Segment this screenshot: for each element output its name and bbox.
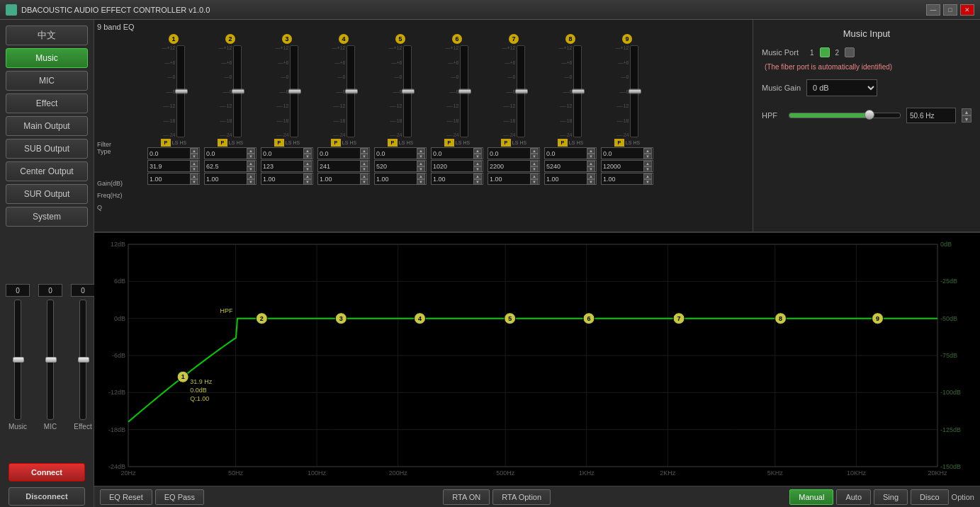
gain-spinbox-4[interactable]: ▲▼ (317, 147, 370, 159)
gain-down-1[interactable]: ▼ (190, 154, 198, 159)
gain-input-2[interactable] (205, 150, 242, 157)
freq-down-6[interactable]: ▼ (473, 166, 482, 172)
freq-down-4[interactable]: ▼ (360, 166, 368, 172)
freq-up-4[interactable]: ▲ (360, 161, 368, 166)
freq-down-2[interactable]: ▼ (247, 166, 255, 172)
q-up-7[interactable]: ▲ (530, 173, 539, 179)
q-down-6[interactable]: ▼ (473, 179, 482, 185)
close-button[interactable]: ✕ (960, 4, 974, 16)
q-up-5[interactable]: ▲ (417, 173, 425, 179)
band-thumb-2[interactable] (232, 89, 244, 94)
q-input-1[interactable] (148, 176, 185, 183)
p-btn-9[interactable]: P (614, 139, 624, 147)
gain-down-3[interactable]: ▼ (303, 154, 312, 159)
freq-down-1[interactable]: ▼ (190, 166, 198, 172)
q-down-4[interactable]: ▼ (360, 179, 368, 185)
q-spinbox-6[interactable]: ▲▼ (431, 173, 483, 185)
sidebar-item-effect[interactable]: Effect (6, 93, 88, 113)
freq-down-8[interactable]: ▼ (587, 166, 595, 172)
gain-input-6[interactable] (432, 150, 468, 157)
gain-spinbox-7[interactable]: ▲▼ (488, 147, 540, 159)
p-btn-5[interactable]: P (388, 139, 398, 147)
q-up-2[interactable]: ▲ (247, 173, 255, 179)
gain-up-6[interactable]: ▲ (473, 148, 482, 154)
band-thumb-6[interactable] (458, 89, 471, 94)
freq-up-2[interactable]: ▲ (247, 161, 255, 166)
rta-on-button[interactable]: RTA ON (443, 489, 490, 505)
freq-spinbox-7[interactable]: ▲▼ (488, 160, 540, 172)
q-down-3[interactable]: ▼ (303, 179, 312, 185)
gain-down-2[interactable]: ▼ (247, 154, 255, 159)
freq-input-8[interactable] (545, 163, 582, 170)
sidebar-item-main-output[interactable]: Main Output (6, 116, 88, 136)
q-down-2[interactable]: ▼ (247, 179, 255, 185)
gain-input-3[interactable] (261, 150, 298, 157)
port2-indicator[interactable] (845, 47, 855, 57)
q-input-4[interactable] (318, 176, 355, 183)
freq-input-2[interactable] (205, 163, 242, 170)
gain-spinbox-5[interactable]: ▲▼ (374, 147, 427, 159)
q-spinbox-7[interactable]: ▲▼ (488, 173, 540, 185)
freq-input-5[interactable] (375, 163, 412, 170)
band-fader-3[interactable] (290, 45, 298, 137)
hs-btn-7[interactable]: HS (519, 139, 526, 147)
sidebar-item-music[interactable]: Music (6, 48, 88, 68)
hpf-down-arrow[interactable]: ▼ (962, 115, 971, 123)
auto-button[interactable]: Auto (836, 489, 871, 505)
gain-input-9[interactable] (602, 150, 638, 157)
freq-input-7[interactable] (488, 163, 525, 170)
q-down-1[interactable]: ▼ (190, 179, 198, 185)
disco-button[interactable]: Disco (911, 489, 949, 505)
band-fader-2[interactable] (233, 45, 242, 137)
p-btn-3[interactable]: P (274, 139, 284, 147)
gain-up-1[interactable]: ▲ (190, 148, 198, 154)
hs-btn-6[interactable]: HS (463, 139, 470, 147)
freq-up-1[interactable]: ▲ (190, 161, 198, 166)
freq-down-7[interactable]: ▼ (530, 166, 539, 172)
band-thumb-9[interactable] (629, 89, 641, 94)
band-fader-1[interactable] (176, 45, 185, 137)
freq-spinbox-3[interactable]: ▲▼ (261, 160, 313, 172)
rta-option-button[interactable]: RTA Option (492, 489, 551, 505)
freq-down-9[interactable]: ▼ (643, 166, 652, 172)
gain-up-8[interactable]: ▲ (587, 148, 595, 154)
freq-input-3[interactable] (261, 163, 298, 170)
band-fader-4[interactable] (347, 45, 355, 137)
q-up-4[interactable]: ▲ (360, 173, 368, 179)
freq-up-7[interactable]: ▲ (530, 161, 539, 166)
ls-btn-8[interactable]: LS (569, 139, 575, 147)
band-thumb-8[interactable] (572, 89, 585, 94)
band-fader-7[interactable] (517, 45, 525, 137)
q-input-6[interactable] (432, 176, 468, 183)
mic-fader-thumb[interactable] (45, 357, 57, 363)
band-thumb-7[interactable] (515, 89, 528, 94)
q-spinbox-2[interactable]: ▲▼ (204, 173, 257, 185)
freq-up-9[interactable]: ▲ (643, 161, 652, 166)
band-thumb-1[interactable] (175, 89, 188, 94)
manual-button[interactable]: Manual (789, 489, 833, 505)
sidebar-item-mic[interactable]: MIC (6, 71, 88, 91)
band-fader-8[interactable] (573, 45, 582, 137)
gain-spinbox-3[interactable]: ▲▼ (261, 147, 313, 159)
freq-up-6[interactable]: ▲ (473, 161, 482, 166)
q-input-2[interactable] (205, 176, 242, 183)
gain-up-5[interactable]: ▲ (417, 148, 425, 154)
ls-btn-7[interactable]: LS (512, 139, 519, 147)
band-fader-6[interactable] (460, 45, 468, 137)
band-thumb-4[interactable] (345, 89, 358, 94)
freq-input-9[interactable] (602, 163, 638, 170)
freq-spinbox-1[interactable]: ▲▼ (147, 160, 200, 172)
freq-spinbox-4[interactable]: ▲▼ (317, 160, 370, 172)
gain-spinbox-2[interactable]: ▲▼ (204, 147, 257, 159)
gain-input-5[interactable] (375, 150, 412, 157)
gain-down-5[interactable]: ▼ (417, 154, 425, 159)
band-thumb-5[interactable] (402, 89, 415, 94)
q-down-7[interactable]: ▼ (530, 179, 539, 185)
freq-down-5[interactable]: ▼ (417, 166, 425, 172)
connect-button[interactable]: Connect (9, 463, 85, 482)
hs-btn-4[interactable]: HS (349, 139, 356, 147)
q-down-5[interactable]: ▼ (417, 179, 425, 185)
gain-up-9[interactable]: ▲ (643, 148, 652, 154)
sidebar-item-center-output[interactable]: Center Output (6, 161, 88, 181)
freq-down-3[interactable]: ▼ (303, 166, 312, 172)
